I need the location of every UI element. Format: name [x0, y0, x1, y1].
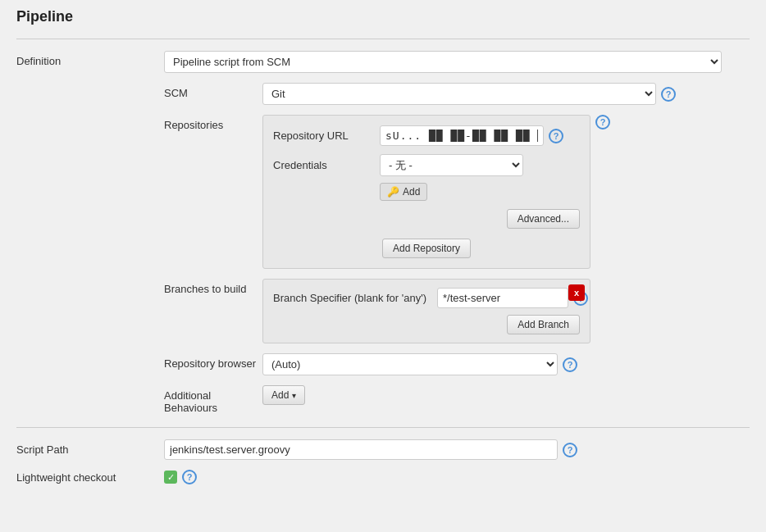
- repo-browser-help-icon[interactable]: ?: [563, 357, 577, 372]
- script-path-label: Script Path: [16, 443, 164, 456]
- repositories-box: Repository URL ? Credentials - 无 - 🔑 Add: [262, 115, 590, 269]
- divider: [16, 39, 750, 39]
- definition-row: Definition Pipeline script from SCM: [16, 51, 750, 73]
- scm-label: SCM: [164, 83, 262, 99]
- scm-select[interactable]: Git: [262, 83, 656, 105]
- checkmark-icon: ✓: [167, 472, 175, 483]
- lightweight-checkout-label: Lightweight checkout: [16, 471, 164, 484]
- repo-browser-control: (Auto) ?: [262, 353, 577, 375]
- divider-2: [16, 427, 750, 428]
- branches-box: x Branch Specifier (blank for 'any') ? A…: [262, 279, 590, 343]
- repo-url-input[interactable]: [380, 125, 544, 146]
- definition-label: Definition: [16, 51, 164, 67]
- repositories-row: Repositories Repository URL ? Credential…: [16, 115, 750, 269]
- lightweight-checkout-row: Lightweight checkout ✓ ?: [16, 470, 750, 484]
- definition-select[interactable]: Pipeline script from SCM: [164, 51, 722, 73]
- repo-browser-select[interactable]: (Auto): [262, 353, 558, 375]
- scm-control: Git ?: [262, 83, 750, 105]
- add-credentials-button[interactable]: 🔑 Add: [380, 183, 427, 201]
- dropdown-arrow-icon: ▾: [292, 391, 296, 400]
- add-branch-button[interactable]: Add Branch: [507, 315, 580, 334]
- script-path-row: Script Path ?: [16, 439, 750, 460]
- repo-url-help-icon[interactable]: ?: [549, 129, 563, 143]
- add-repository-area: Add Repository: [273, 239, 580, 258]
- page-title: Pipeline: [16, 8, 750, 25]
- repositories-help-icon[interactable]: ?: [595, 115, 610, 130]
- add-repository-button[interactable]: Add Repository: [382, 239, 471, 258]
- additional-behaviours-row: Additional Behaviours Add ▾: [16, 385, 750, 414]
- branches-label: Branches to build: [164, 279, 262, 295]
- repositories-help-area: Repository URL ? Credentials - 无 - 🔑 Add: [262, 115, 610, 269]
- additional-behaviours-control: Add ▾: [262, 385, 305, 405]
- repo-url-label: Repository URL: [273, 130, 380, 142]
- delete-branch-button[interactable]: x: [568, 284, 585, 301]
- repositories-label: Repositories: [164, 115, 262, 131]
- add-credentials-label: Add: [403, 186, 420, 198]
- add-credentials-area: 🔑 Add: [273, 180, 580, 201]
- repo-url-row: Repository URL ?: [273, 125, 580, 146]
- branch-specifier-input[interactable]: [437, 288, 568, 308]
- add-behaviour-button[interactable]: Add ▾: [262, 385, 305, 405]
- key-icon: 🔑: [387, 186, 399, 198]
- branch-specifier-label: Branch Specifier (blank for 'any'): [273, 292, 437, 304]
- lightweight-checkout-checkbox[interactable]: ✓: [164, 471, 177, 484]
- definition-control: Pipeline script from SCM: [164, 51, 750, 73]
- additional-behaviours-label: Additional Behaviours: [164, 385, 262, 414]
- credentials-label: Credentials: [273, 159, 380, 171]
- repo-browser-label: Repository browser: [164, 353, 262, 370]
- branch-specifier-row: Branch Specifier (blank for 'any') ?: [273, 288, 580, 308]
- script-path-input[interactable]: [164, 439, 558, 460]
- script-path-help-icon[interactable]: ?: [563, 443, 577, 457]
- credentials-row: Credentials - 无 -: [273, 154, 580, 176]
- branches-area: x Branch Specifier (blank for 'any') ? A…: [262, 279, 590, 343]
- advanced-btn-row: Advanced...: [273, 209, 580, 234]
- repo-browser-row: Repository browser (Auto) ?: [16, 353, 750, 375]
- lightweight-checkout-help-icon[interactable]: ?: [182, 470, 197, 484]
- add-branch-btn-row: Add Branch: [273, 315, 580, 334]
- credentials-select[interactable]: - 无 -: [380, 154, 523, 176]
- page-container: Pipeline Definition Pipeline script from…: [0, 0, 766, 532]
- add-behaviour-label: Add: [271, 389, 289, 401]
- scm-help-icon[interactable]: ?: [661, 87, 676, 102]
- branches-row: Branches to build x Branch Specifier (bl…: [16, 279, 750, 343]
- advanced-button[interactable]: Advanced...: [507, 209, 580, 229]
- scm-row: SCM Git ?: [16, 83, 750, 105]
